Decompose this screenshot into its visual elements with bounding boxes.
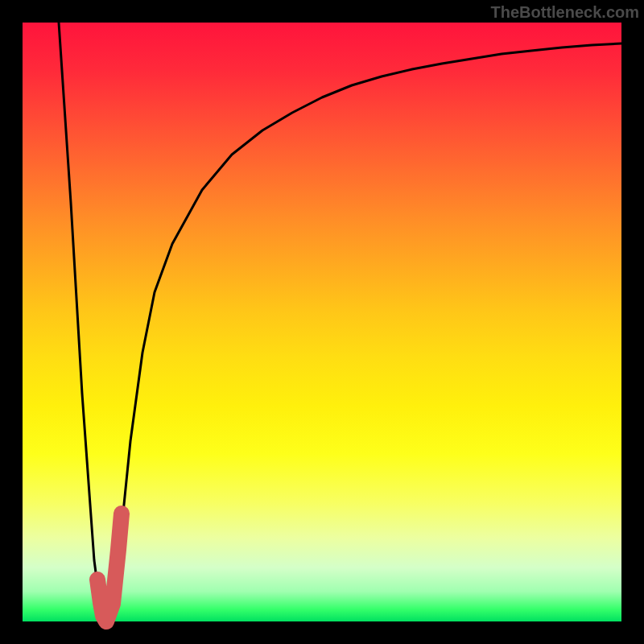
bottleneck-curve [59, 23, 621, 621]
curve-overlay [23, 23, 621, 621]
optimal-highlight-j [97, 514, 122, 621]
chart-container: { "watermark": "TheBottleneck.com", "col… [0, 0, 644, 644]
watermark: TheBottleneck.com [491, 3, 639, 22]
